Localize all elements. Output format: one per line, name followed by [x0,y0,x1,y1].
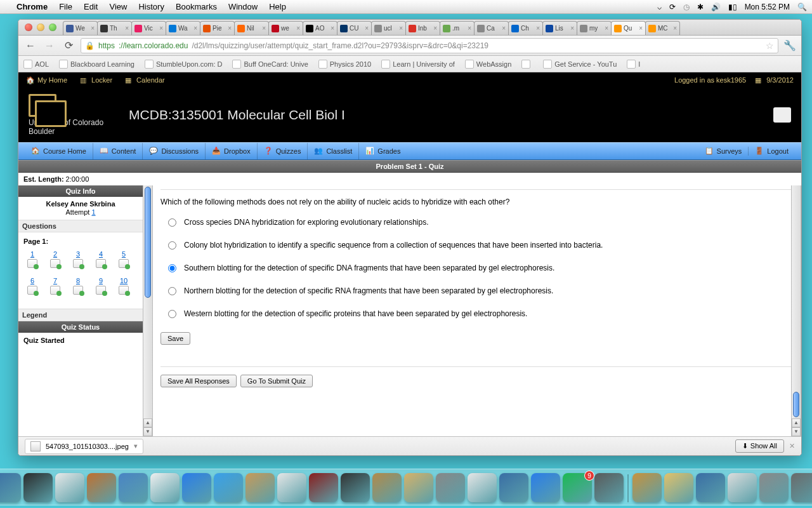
zoom-window-button[interactable] [49,23,56,31]
dock-app-icon[interactable] [664,473,693,502]
browser-tab[interactable]: Vic× [131,21,166,35]
browser-tab[interactable]: we× [268,21,303,35]
chrome-menu-icon[interactable]: 🔧 [783,39,796,51]
bookmark-item[interactable]: Learn | University of [381,60,455,69]
answer-option[interactable]: Southern blotting for the detection of s… [168,264,791,272]
sidebar-scrollbar[interactable]: ▲ ▼ [143,185,153,436]
close-tab-icon[interactable]: × [228,25,232,32]
nav-item[interactable]: ❓Quizzes [258,143,308,159]
close-tab-icon[interactable]: × [605,25,608,32]
nav-item[interactable]: 📊Grades [359,143,407,159]
menu-edit[interactable]: Edit [84,2,98,11]
question-link[interactable]: 5 [119,250,129,268]
chat-icon[interactable] [773,107,791,123]
answer-option[interactable]: Western blotting for the detection of sp… [168,309,791,318]
bookmark-star-icon[interactable]: ☆ [766,41,774,51]
bookmark-item[interactable] [521,60,533,69]
dock-app-icon[interactable] [632,473,662,502]
battery-icon[interactable]: ▮▯ [728,3,737,11]
minimize-window-button[interactable] [37,23,44,31]
dock-app-icon[interactable] [341,473,370,502]
bookmark-item[interactable]: I [627,60,640,69]
dock-app-icon[interactable] [182,473,211,502]
scrollbar-thumb[interactable] [145,187,151,298]
bookmark-item[interactable]: WebAssign [465,60,511,69]
close-tab-icon[interactable]: × [570,25,574,32]
close-tab-icon[interactable]: × [433,25,437,32]
dock-app-icon[interactable] [214,473,243,502]
answer-option[interactable]: Colony blot hybridization to identify a … [168,241,791,250]
forward-button[interactable]: → [43,39,56,53]
menu-history[interactable]: History [138,2,164,11]
question-link[interactable]: 4 [96,250,106,268]
close-tab-icon[interactable]: × [91,25,95,32]
show-all-downloads-button[interactable]: ⬇Show All [735,439,784,453]
nav-item[interactable]: 🏠Course Home [25,143,93,159]
dock-app-icon[interactable] [277,473,306,502]
dock-app-icon[interactable] [87,473,116,502]
close-tab-icon[interactable]: × [193,25,197,32]
dock-app-icon[interactable] [499,473,528,502]
nav-item[interactable]: 📥Dropbox [206,143,258,159]
close-tab-icon[interactable]: × [159,25,163,32]
dock-app-icon[interactable] [119,473,148,502]
scrollbar-thumb[interactable] [793,392,799,417]
clock[interactable]: Mon 5:52 PM [745,3,790,11]
back-button[interactable]: ← [23,39,37,53]
nav-item[interactable]: 👥Classlist [308,143,359,159]
close-tab-icon[interactable]: × [468,25,471,32]
browser-tab[interactable]: .m× [440,21,475,35]
locker-link[interactable]: ▥Locker [80,76,112,84]
browser-tab[interactable]: Inb× [405,21,440,35]
browser-tab[interactable]: Ca× [474,21,509,35]
question-link[interactable]: 9 [96,277,106,295]
question-link[interactable]: 8 [73,277,83,295]
menu-view[interactable]: View [109,2,127,11]
browser-tab[interactable]: Nil× [234,21,269,35]
timemachine-icon[interactable]: ◷ [683,3,690,11]
browser-tab[interactable]: MC× [645,21,680,35]
menu-window[interactable]: Window [228,2,258,11]
nav-item[interactable]: 📋Surveys [698,147,749,156]
close-tab-icon[interactable]: × [296,25,300,32]
close-tab-icon[interactable]: × [639,25,643,32]
wifi-icon[interactable]: ⌵ [657,3,662,11]
question-link[interactable]: 2 [50,250,60,268]
dock-app-icon[interactable] [468,473,497,502]
dock-app-icon[interactable] [791,473,812,502]
browser-tab[interactable]: AO× [303,21,337,35]
dock-app-icon[interactable]: 9 [563,473,592,502]
nav-item[interactable]: 📖Content [93,143,143,159]
bookmark-item[interactable]: Buff OneCard: Unive [232,60,308,69]
browser-tab[interactable]: Th× [97,21,132,35]
answer-radio[interactable] [168,218,176,227]
close-tab-icon[interactable]: × [125,25,129,32]
bookmark-item[interactable]: Blackboard Learning [59,60,134,69]
dock-app-icon[interactable] [531,473,560,502]
answer-radio[interactable] [168,241,176,250]
dock-app-icon[interactable] [55,473,84,502]
close-tab-icon[interactable]: × [262,25,266,32]
browser-tab[interactable]: my× [577,21,612,35]
sync-icon[interactable]: ⟳ [669,3,676,11]
browser-tab[interactable]: Lis× [542,21,577,35]
answer-radio[interactable] [168,264,176,272]
browser-tab[interactable]: Pie× [200,21,235,35]
dock-app-icon[interactable] [246,473,275,502]
close-tab-icon[interactable]: × [399,25,403,32]
question-link[interactable]: 1 [27,250,37,268]
submit-quiz-button[interactable]: Go To Submit Quiz [240,375,313,387]
dock-app-icon[interactable] [0,473,21,502]
answer-option[interactable]: Northern blotting for the detection of s… [168,286,791,295]
bookmark-item[interactable]: Get Service - YouTu [543,60,617,69]
bookmark-item[interactable]: Physics 2010 [318,60,371,69]
close-tab-icon[interactable]: × [365,25,369,32]
bookmark-item[interactable]: StumbleUpon.com: D [145,60,223,69]
close-download-bar-icon[interactable]: ✕ [789,442,795,450]
browser-tab[interactable]: We× [63,21,98,35]
nav-item[interactable]: 🚪Logout [749,147,795,156]
download-item[interactable]: 547093_101510303....jpeg ▾ [25,439,143,454]
dock-app-icon[interactable] [23,473,53,502]
address-bar[interactable]: 🔒 https ://learn.colorado.edu /d2l/lms/q… [81,38,778,53]
browser-tab[interactable]: ucl× [371,21,406,35]
